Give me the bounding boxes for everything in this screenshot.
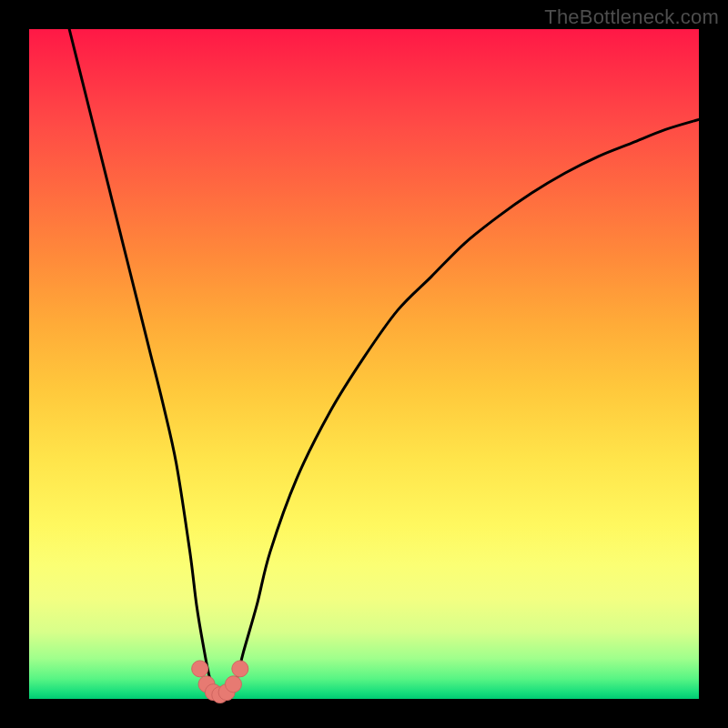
plot-area: [29, 29, 699, 699]
watermark-text: TheBottleneck.com: [544, 5, 719, 29]
chart-frame: TheBottleneck.com: [0, 0, 728, 728]
valley-marker: [232, 661, 248, 677]
bottleneck-curve: [69, 29, 699, 695]
valley-markers: [192, 661, 248, 703]
valley-marker: [225, 676, 241, 693]
valley-marker: [192, 661, 208, 677]
curve-svg: [29, 29, 699, 699]
